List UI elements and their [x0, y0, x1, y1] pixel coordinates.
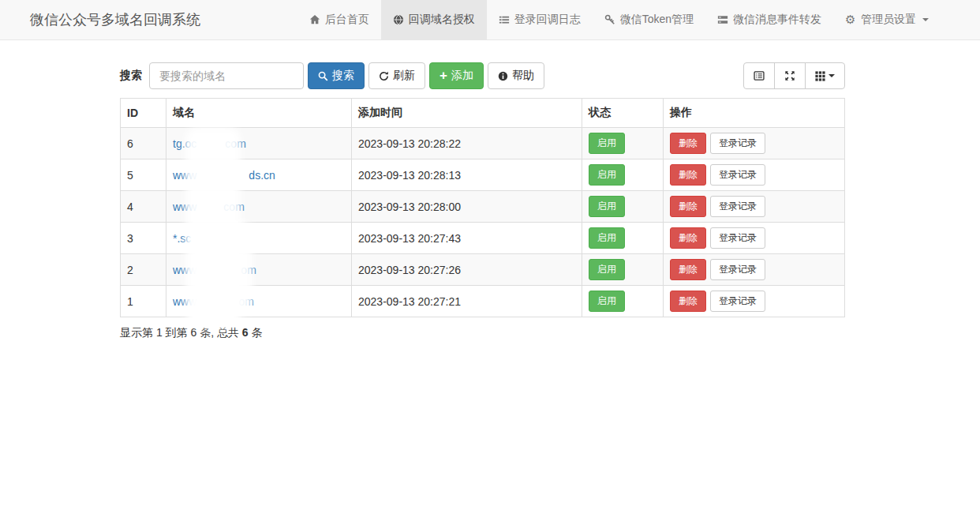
table-row: 2 wwwom 2023-09-13 20:27:26 启用 删除登录记录 — [121, 254, 845, 286]
status-enabled-button[interactable]: 启用 — [589, 291, 625, 312]
status-enabled-button[interactable]: 启用 — [589, 227, 625, 249]
columns-button[interactable] — [805, 62, 845, 89]
login-records-button[interactable]: 登录记录 — [710, 227, 765, 249]
search-button[interactable]: 搜索 — [308, 62, 365, 89]
login-records-button[interactable]: 登录记录 — [710, 164, 765, 186]
column-header-actions: 操作 — [664, 99, 845, 128]
cell-domain: wwwom — [166, 254, 352, 286]
info-icon — [498, 71, 508, 81]
top-navbar: 微信公众号多域名回调系统 后台首页 回调域名授权 登录回调日志 微信Token管… — [0, 0, 980, 40]
cell-added-time: 2023-09-13 20:28:00 — [352, 191, 582, 223]
th-icon — [815, 71, 825, 81]
delete-button[interactable]: 删除 — [670, 227, 706, 249]
status-enabled-button[interactable]: 启用 — [589, 196, 625, 217]
cell-domain: wwwds.cn — [166, 159, 352, 191]
table-row: 1 www.om 2023-09-13 20:27:21 启用 删除登录记录 — [121, 286, 845, 317]
help-button[interactable]: 帮助 — [488, 62, 544, 89]
censored-text — [199, 302, 238, 302]
nav-item-label: 回调域名授权 — [409, 13, 475, 27]
delete-button[interactable]: 删除 — [670, 196, 706, 217]
status-enabled-button[interactable]: 启用 — [589, 259, 625, 280]
cell-actions: 删除登录记录 — [664, 128, 845, 159]
nav-item-login-logs[interactable]: 登录回调日志 — [487, 0, 593, 39]
gear-icon: ⚙ — [845, 14, 856, 25]
cell-id: 1 — [121, 286, 166, 317]
cell-added-time: 2023-09-13 20:28:22 — [352, 128, 582, 159]
add-button[interactable]: + 添加 — [429, 62, 484, 89]
cell-id: 4 — [121, 191, 166, 223]
cell-id: 6 — [121, 128, 166, 159]
main-content: 搜索 搜索 刷新 + 添加 帮助 — [120, 62, 845, 340]
chevron-down-icon — [922, 18, 929, 21]
tasks-icon — [717, 14, 728, 25]
cell-added-time: 2023-09-13 20:27:26 — [352, 254, 582, 286]
toggle-view-button[interactable] — [743, 62, 775, 89]
cell-domain: www.om — [166, 286, 352, 317]
delete-button[interactable]: 删除 — [670, 164, 706, 186]
column-header-domain: 域名 — [166, 99, 352, 128]
cell-status: 启用 — [582, 159, 664, 191]
delete-button[interactable]: 删除 — [670, 259, 706, 280]
cell-domain: wwwcom — [166, 191, 352, 223]
search-input[interactable] — [149, 62, 304, 89]
refresh-icon — [379, 71, 389, 81]
login-records-button[interactable]: 登录记录 — [710, 196, 765, 217]
nav-item-callback-domains[interactable]: 回调域名授权 — [381, 0, 487, 39]
censored-text — [196, 207, 223, 208]
search-label: 搜索 — [120, 69, 142, 83]
chevron-down-icon — [829, 74, 835, 77]
cell-status: 启用 — [582, 223, 664, 254]
domain-link[interactable]: *.sc — [173, 232, 246, 245]
nav-item-home[interactable]: 后台首页 — [297, 0, 381, 39]
domains-table: ID 域名 添加时间 状态 操作 6 tg.occom 2023-09-13 2… — [120, 98, 845, 317]
cell-actions: 删除登录记录 — [664, 254, 845, 286]
nav-item-message-forward[interactable]: 微信消息事件转发 — [705, 0, 833, 39]
cell-status: 启用 — [582, 191, 664, 223]
censored-text — [191, 238, 246, 239]
censored-text — [196, 144, 225, 144]
domain-link[interactable]: tg.occom — [173, 137, 246, 150]
nav-item-label: 微信消息事件转发 — [733, 13, 821, 27]
domain-link[interactable]: wwwds.cn — [173, 169, 275, 182]
login-records-button[interactable]: 登录记录 — [710, 259, 765, 280]
table-row: 3 *.sc 2023-09-13 20:27:43 启用 删除登录记录 — [121, 223, 845, 254]
pagination-summary: 显示第 1 到第 6 条, 总共 6 条 — [120, 326, 845, 340]
cell-status: 启用 — [582, 286, 664, 317]
cell-actions: 删除登录记录 — [664, 286, 845, 317]
cell-status: 启用 — [582, 128, 664, 159]
cell-id: 2 — [121, 254, 166, 286]
status-enabled-button[interactable]: 启用 — [589, 133, 625, 154]
refresh-button[interactable]: 刷新 — [368, 62, 425, 89]
cell-domain: *.sc — [166, 223, 352, 254]
nav-item-admin-settings[interactable]: ⚙ 管理员设置 — [833, 0, 941, 39]
cell-added-time: 2023-09-13 20:27:21 — [352, 286, 582, 317]
login-records-button[interactable]: 登录记录 — [710, 291, 765, 312]
delete-button[interactable]: 删除 — [670, 133, 706, 154]
censored-text — [196, 175, 249, 176]
table-toolbar: 搜索 搜索 刷新 + 添加 帮助 — [120, 62, 845, 89]
home-icon — [309, 14, 320, 25]
domain-link[interactable]: www.om — [173, 295, 254, 308]
nav-item-label: 微信Token管理 — [620, 13, 694, 27]
search-icon — [318, 71, 328, 81]
plus-icon: + — [440, 70, 447, 81]
nav-item-token-manage[interactable]: 微信Token管理 — [593, 0, 705, 39]
cell-status: 启用 — [582, 254, 664, 286]
nav-item-label: 管理员设置 — [861, 13, 916, 27]
fullscreen-button[interactable] — [774, 62, 806, 89]
nav-item-label: 登录回调日志 — [514, 13, 581, 27]
cell-added-time: 2023-09-13 20:27:43 — [352, 223, 582, 254]
status-enabled-button[interactable]: 启用 — [589, 164, 625, 186]
fullscreen-icon — [784, 70, 795, 81]
domain-link[interactable]: wwwcom — [173, 201, 245, 213]
domain-link[interactable]: wwwom — [173, 264, 256, 276]
list-icon — [499, 14, 510, 25]
cell-actions: 删除登录记录 — [664, 191, 845, 223]
key-icon — [604, 14, 615, 25]
column-header-id: ID — [121, 99, 166, 128]
delete-button[interactable]: 删除 — [670, 291, 706, 312]
login-records-button[interactable]: 登录记录 — [710, 133, 765, 154]
app-title: 微信公众号多域名回调系统 — [30, 0, 200, 39]
table-row: 6 tg.occom 2023-09-13 20:28:22 启用 删除登录记录 — [121, 128, 845, 159]
cell-domain: tg.occom — [166, 128, 352, 159]
